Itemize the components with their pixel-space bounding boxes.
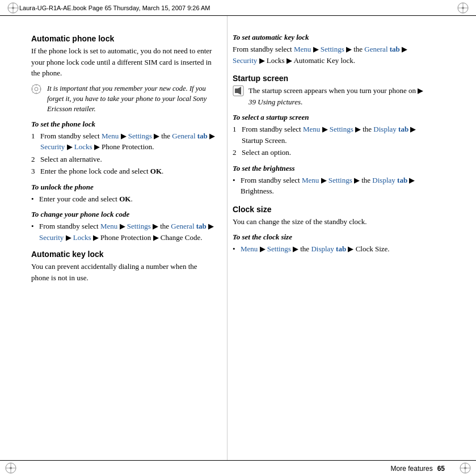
svg-marker-20 (238, 87, 241, 95)
clock-size-body: You can change the size of the standby c… (233, 216, 431, 228)
crosshair-tr-icon (457, 2, 469, 14)
change-lock-code-list: • From standby select Menu ▶ Settings ▶ … (31, 221, 216, 243)
automatic-key-lock-heading: Automatic key lock (31, 250, 216, 259)
set-phone-lock-step-3: 3 Enter the phone lock code and select O… (31, 166, 216, 177)
select-startup-step-2: 2 Select an option. (233, 147, 431, 158)
unlock-phone-section: To unlock the phone • Enter your code an… (31, 183, 216, 205)
footer-bar: More features 65 (0, 460, 476, 476)
automatic-key-lock-section: Automatic key lock You can prevent accid… (31, 250, 216, 283)
header-text: Laura-UG-R1A-AE.book Page 65 Thursday, M… (19, 5, 210, 11)
set-phone-lock-section: To set the phone lock 1 From standby sel… (31, 120, 216, 177)
startup-screen-heading: Startup screen (233, 74, 431, 83)
svg-point-17 (35, 87, 38, 91)
note-text: It is important that you remember your n… (47, 83, 216, 114)
page-container: Laura-UG-R1A-AE.book Page 65 Thursday, M… (0, 0, 476, 476)
change-lock-code-item: • From standby select Menu ▶ Settings ▶ … (31, 221, 216, 243)
startup-screen-info: The startup screen appears when you turn… (233, 85, 431, 107)
startup-screen-body: The startup screen appears when you turn… (248, 85, 431, 107)
set-phone-lock-step-2: 2 Select an alternative. (31, 154, 216, 165)
svg-rect-19 (235, 89, 238, 93)
svg-point-7 (462, 7, 464, 9)
svg-point-3 (12, 7, 14, 9)
select-startup-screen-list: 1 From standby select Menu ▶ Settings ▶ … (233, 124, 431, 158)
startup-screen-section: Startup screen The startup screen appear… (233, 74, 431, 107)
select-startup-step-1: 1 From standby select Menu ▶ Settings ▶ … (233, 124, 431, 146)
change-lock-code-heading: To change your phone lock code (31, 210, 216, 219)
note-box: It is important that you remember your n… (31, 83, 216, 114)
set-auto-key-lock-text: From standby select Menu ▶ Settings ▶ th… (233, 44, 431, 66)
clock-size-section: Clock size You can change the size of th… (233, 205, 431, 228)
unlock-phone-heading: To unlock the phone (31, 183, 216, 192)
left-column: Automatic phone lock If the phone lock i… (0, 16, 227, 460)
automatic-phone-lock-heading: Automatic phone lock (31, 34, 216, 43)
column-divider (227, 16, 228, 460)
right-column: To set automatic key lock From standby s… (227, 16, 448, 460)
content-area: Automatic phone lock If the phone lock i… (0, 16, 476, 460)
clock-size-heading: Clock size (233, 205, 431, 214)
footer-page-number: 65 (437, 465, 445, 473)
set-phone-lock-heading: To set the phone lock (31, 120, 216, 129)
set-auto-key-lock-section: To set automatic key lock From standby s… (233, 33, 431, 66)
automatic-phone-lock-section: Automatic phone lock If the phone lock i… (31, 34, 216, 79)
unlock-phone-item: • Enter your code and select OK. (31, 193, 216, 205)
set-clock-size-item: • Menu ▶ Settings ▶ the Display tab ▶ Cl… (233, 243, 431, 255)
set-brightness-section: To set the brightness • From standby sel… (233, 164, 431, 197)
unlock-phone-list: • Enter your code and select OK. (31, 193, 216, 205)
crosshair-br-icon (459, 462, 471, 474)
svg-point-24 (10, 467, 12, 469)
svg-point-28 (464, 467, 466, 469)
automatic-key-lock-body: You can prevent accidentally dialing a n… (31, 261, 216, 283)
crosshair-tl-icon (7, 2, 19, 14)
header-dots (7, 2, 19, 14)
set-clock-size-section: To set the clock size • Menu ▶ Settings … (233, 233, 431, 255)
set-brightness-item: • From standby select Menu ▶ Settings ▶ … (233, 175, 431, 197)
set-phone-lock-step-1: 1 From standby select Menu ▶ Settings ▶ … (31, 130, 216, 153)
crosshair-bl-icon (5, 462, 17, 474)
set-clock-size-heading: To set the clock size (233, 233, 431, 242)
set-phone-lock-list: 1 From standby select Menu ▶ Settings ▶ … (31, 130, 216, 177)
note-icon (31, 84, 44, 97)
set-brightness-list: • From standby select Menu ▶ Settings ▶ … (233, 175, 431, 197)
change-lock-code-section: To change your phone lock code • From st… (31, 210, 216, 243)
set-brightness-heading: To set the brightness (233, 164, 431, 173)
select-startup-screen-heading: To select a startup screen (233, 113, 431, 122)
header-bar: Laura-UG-R1A-AE.book Page 65 Thursday, M… (0, 0, 476, 16)
info-speaker-icon (233, 85, 246, 99)
footer-label: More features (391, 465, 433, 473)
select-startup-screen-section: To select a startup screen 1 From standb… (233, 113, 431, 158)
automatic-phone-lock-body: If the phone lock is set to automatic, y… (31, 45, 216, 79)
set-auto-key-lock-heading: To set automatic key lock (233, 33, 431, 42)
set-clock-size-list: • Menu ▶ Settings ▶ the Display tab ▶ Cl… (233, 243, 431, 255)
